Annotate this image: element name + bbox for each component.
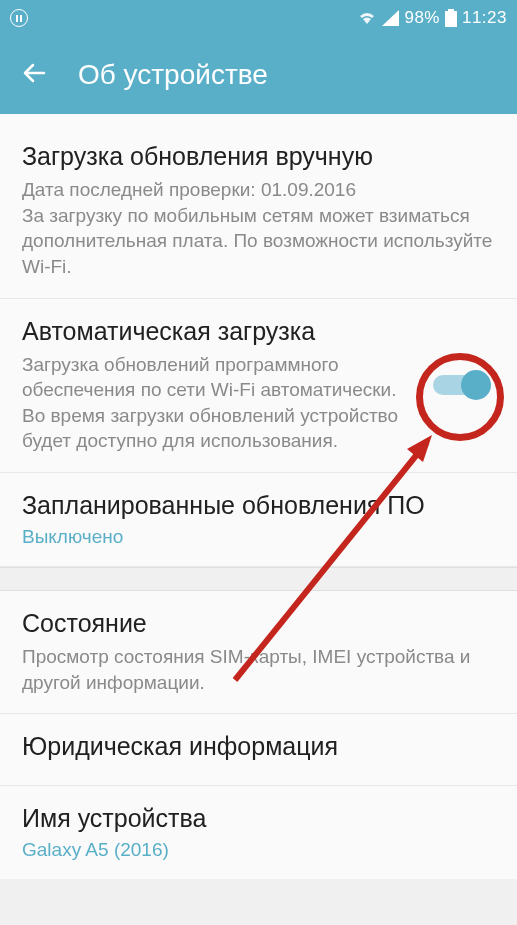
content: Загрузка обновления вручную Дата последн… (0, 114, 517, 879)
device-name-value: Galaxy A5 (2016) (22, 839, 495, 861)
device-name-title: Имя устройства (22, 804, 495, 833)
manual-download-item[interactable]: Загрузка обновления вручную Дата последн… (0, 124, 517, 299)
auto-download-description: Загрузка обновлений программного обеспеч… (22, 352, 417, 455)
pause-icon (10, 9, 28, 27)
auto-download-item[interactable]: Автоматическая загрузка Загрузка обновле… (0, 299, 517, 474)
status-description: Просмотр состояния SIM-карты, IMEI устро… (22, 644, 495, 695)
status-title: Состояние (22, 609, 495, 638)
toggle-thumb (461, 370, 491, 400)
legal-info-item[interactable]: Юридическая информация (0, 714, 517, 786)
auto-download-toggle[interactable] (433, 370, 485, 400)
manual-download-description: Дата последней проверки: 01.09.2016 За з… (22, 177, 495, 280)
wifi-icon (357, 10, 377, 26)
auto-download-title: Автоматическая загрузка (22, 317, 417, 346)
signal-icon (382, 10, 399, 26)
status-time: 11:23 (462, 8, 507, 28)
device-name-item[interactable]: Имя устройства Galaxy A5 (2016) (0, 786, 517, 879)
status-bar: 98% 11:23 (0, 0, 517, 36)
manual-download-title: Загрузка обновления вручную (22, 142, 495, 171)
scheduled-updates-value: Выключено (22, 526, 495, 548)
status-right: 98% 11:23 (357, 8, 507, 28)
battery-percent: 98% (404, 8, 440, 28)
status-left (10, 9, 28, 27)
svg-rect-0 (448, 9, 454, 11)
scheduled-updates-item[interactable]: Запланированные обновления ПО Выключено (0, 473, 517, 567)
legal-info-title: Юридическая информация (22, 732, 495, 761)
page-title: Об устройстве (78, 59, 268, 91)
header: Об устройстве (0, 36, 517, 114)
svg-rect-1 (445, 11, 457, 27)
back-button[interactable] (22, 60, 48, 91)
status-item[interactable]: Состояние Просмотр состояния SIM-карты, … (0, 591, 517, 714)
scheduled-updates-title: Запланированные обновления ПО (22, 491, 495, 520)
battery-icon (445, 9, 457, 27)
section-gap (0, 567, 517, 591)
